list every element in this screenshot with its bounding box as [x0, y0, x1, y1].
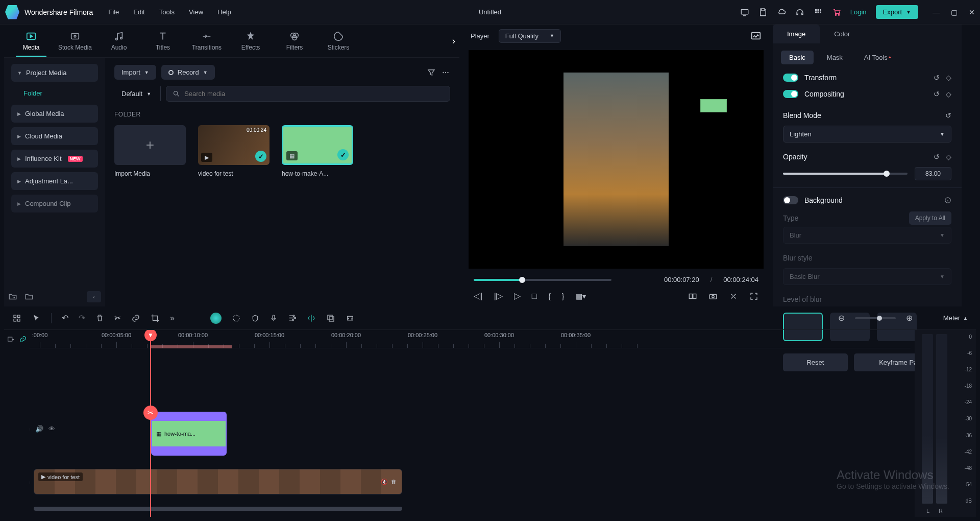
- background-type-dropdown[interactable]: Blur ▼: [783, 227, 951, 244]
- sidebar-item-folder[interactable]: Folder: [8, 84, 101, 102]
- opacity-slider[interactable]: [783, 173, 908, 175]
- import-media-button[interactable]: +: [114, 125, 186, 165]
- split-icon[interactable]: [307, 314, 316, 323]
- aspect-dropdown[interactable]: ▤▾: [576, 292, 586, 300]
- export-button[interactable]: Export ▼: [876, 5, 918, 19]
- media-thumb-video[interactable]: 00:00:24 ▶ ✓: [198, 125, 270, 165]
- next-frame-button[interactable]: |▷: [494, 291, 502, 301]
- snapshot-icon[interactable]: [708, 292, 718, 301]
- save-icon[interactable]: [758, 8, 768, 17]
- apps-icon[interactable]: [814, 8, 823, 17]
- cloud-icon[interactable]: [777, 8, 786, 17]
- import-dropdown[interactable]: Import ▼: [114, 65, 156, 80]
- cart-icon[interactable]: [832, 8, 841, 17]
- timeline-clip-image[interactable]: ▦ how-to-ma...: [151, 412, 227, 456]
- stop-button[interactable]: □: [532, 291, 537, 301]
- background-toggle[interactable]: [783, 196, 798, 204]
- zoom-in-button[interactable]: ⊕: [906, 313, 913, 323]
- more-tools-icon[interactable]: »: [170, 314, 175, 323]
- display-icon[interactable]: [740, 8, 749, 17]
- tab-color[interactable]: Color: [820, 25, 864, 43]
- seek-slider[interactable]: [474, 279, 611, 281]
- blur-style-dropdown[interactable]: Basic Blur ▼: [783, 268, 951, 285]
- cut-icon[interactable]: ✂: [114, 313, 121, 323]
- login-button[interactable]: Login: [850, 8, 867, 16]
- playhead[interactable]: ▼ ✂: [150, 330, 151, 517]
- reset-icon[interactable]: ↺: [934, 153, 940, 161]
- pointer-icon[interactable]: [32, 314, 41, 323]
- menu-edit[interactable]: Edit: [133, 8, 144, 16]
- menu-view[interactable]: View: [189, 8, 203, 16]
- opacity-value[interactable]: 83.00: [915, 167, 951, 180]
- window-minimize[interactable]: —: [933, 8, 940, 16]
- resize-icon[interactable]: [346, 314, 355, 323]
- tab-stock-media[interactable]: Stock Media: [53, 31, 97, 51]
- sidebar-item-cloud-media[interactable]: ▶ Cloud Media: [11, 127, 98, 145]
- reset-icon[interactable]: ↺: [945, 111, 951, 120]
- ai-tool-button[interactable]: [210, 313, 222, 324]
- timeline-clip-video[interactable]: ▶ video for test 🔇 🗑: [34, 469, 402, 494]
- blend-mode-dropdown[interactable]: Lighten ▼: [783, 126, 951, 143]
- render-icon[interactable]: [729, 292, 738, 301]
- menu-file[interactable]: File: [108, 8, 119, 16]
- add-track-icon[interactable]: [7, 335, 15, 343]
- prev-frame-button[interactable]: ◁|: [474, 291, 482, 301]
- tab-image[interactable]: Image: [773, 25, 820, 43]
- track-folder-icon[interactable]: ▭: [30, 478, 30, 486]
- keyframe-icon[interactable]: ◇: [946, 74, 951, 82]
- compositing-toggle[interactable]: [783, 90, 798, 98]
- track-visibility-icon[interactable]: 👁: [48, 425, 55, 433]
- undo-button[interactable]: ↶: [62, 313, 68, 323]
- zoom-slider[interactable]: [855, 317, 896, 319]
- mic-icon[interactable]: [270, 314, 278, 322]
- subtab-ai-tools[interactable]: AI Tools•: [856, 51, 899, 64]
- clip-delete-icon[interactable]: 🗑: [391, 479, 397, 485]
- tab-audio[interactable]: Audio: [97, 31, 141, 51]
- keyframe-icon[interactable]: ◇: [946, 153, 951, 161]
- fullscreen-icon[interactable]: [749, 292, 758, 301]
- mark-in-button[interactable]: {: [548, 292, 551, 300]
- link-track-icon[interactable]: [19, 335, 27, 343]
- keyframe-icon[interactable]: ◇: [946, 90, 951, 98]
- sidebar-item-compound-clip[interactable]: ▶ Compound Clip: [11, 195, 98, 212]
- playhead-cut-icon[interactable]: ✂: [143, 406, 158, 420]
- sidebar-item-project-media[interactable]: ▼ Project Media: [11, 64, 98, 82]
- categories-next-icon[interactable]: ›: [452, 36, 455, 46]
- reset-icon[interactable]: ↺: [934, 74, 940, 82]
- sidebar-item-global-media[interactable]: ▶ Global Media: [11, 105, 98, 123]
- redo-button[interactable]: ↷: [79, 313, 85, 323]
- meter-button[interactable]: Meter ▲: [943, 314, 968, 322]
- headset-icon[interactable]: [795, 8, 804, 17]
- track-folder-icon[interactable]: ▭: [30, 425, 30, 433]
- delete-icon[interactable]: [95, 314, 104, 322]
- search-input-container[interactable]: [166, 86, 450, 102]
- duplicate-icon[interactable]: [326, 314, 335, 323]
- media-thumb-image[interactable]: ▦ ✓: [282, 125, 353, 165]
- subtab-basic[interactable]: Basic: [781, 51, 814, 64]
- info-icon[interactable]: [944, 197, 951, 204]
- quality-dropdown[interactable]: Full Quality ▼: [499, 29, 561, 43]
- search-input[interactable]: [184, 90, 444, 98]
- tab-effects[interactable]: Effects: [229, 31, 273, 51]
- overlay-clip-box[interactable]: [700, 99, 727, 112]
- crop-icon[interactable]: [151, 314, 160, 323]
- clip-mute-icon[interactable]: 🔇: [381, 479, 388, 485]
- menu-tools[interactable]: Tools: [159, 8, 175, 16]
- new-folder-icon[interactable]: [8, 292, 17, 301]
- record-dropdown[interactable]: Record ▼: [161, 65, 215, 80]
- tab-stickers[interactable]: Stickers: [316, 31, 360, 51]
- preview-viewport[interactable]: [469, 50, 764, 269]
- compare-icon[interactable]: [688, 292, 697, 301]
- apply-to-all-button[interactable]: Apply to All: [909, 211, 951, 225]
- link-icon[interactable]: [131, 314, 140, 323]
- audio-mixer-icon[interactable]: [288, 314, 297, 322]
- marker-icon[interactable]: [251, 314, 259, 322]
- tab-transitions[interactable]: Transitions: [185, 31, 229, 51]
- collapse-sidebar-button[interactable]: ‹: [87, 291, 101, 302]
- reset-icon[interactable]: ↺: [934, 90, 940, 98]
- subtab-mask[interactable]: Mask: [819, 51, 851, 64]
- sidebar-item-influence-kit[interactable]: ▶ Influence Kit NEW: [11, 150, 98, 168]
- tab-media[interactable]: Media: [9, 31, 53, 51]
- transform-toggle[interactable]: [783, 74, 798, 82]
- play-button[interactable]: ▷: [514, 291, 521, 301]
